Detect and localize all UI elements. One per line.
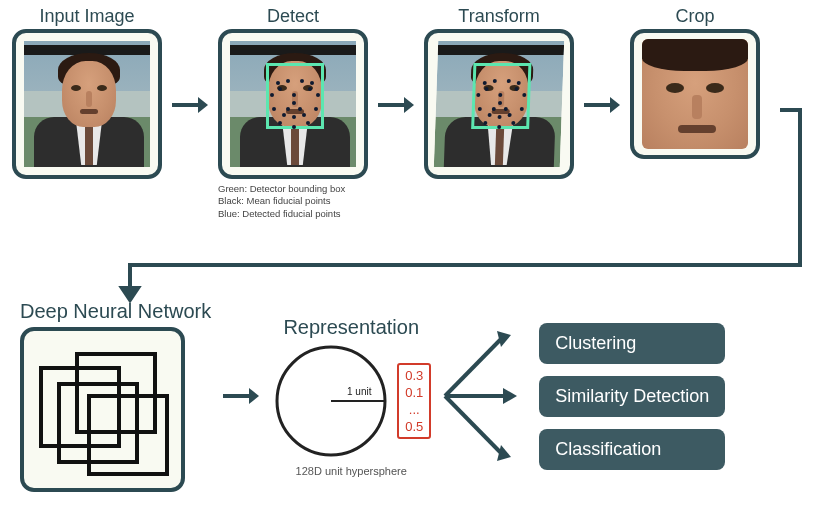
card-crop <box>630 29 760 159</box>
legend-green: Green: Detector bounding box <box>218 183 368 195</box>
vec-cell: 0.1 <box>403 385 425 400</box>
hypersphere-caption: 128D unit hypersphere <box>296 465 407 477</box>
svg-marker-12 <box>249 388 259 404</box>
pipeline-row-2: Deep Neural Network Representation 1 uni… <box>20 300 725 492</box>
unit-label: 1 unit <box>347 386 372 397</box>
fiducial-points <box>471 63 531 129</box>
stage-label-detect: Detect <box>267 6 319 27</box>
legend-blue: Blue: Detected fiducial points <box>218 208 368 220</box>
arrow-right-icon <box>172 95 208 115</box>
dnn-layers-icon <box>33 340 173 480</box>
app-similarity: Similarity Detection <box>539 376 725 417</box>
legend-block: Green: Detector bounding box Black: Mean… <box>218 183 368 220</box>
svg-line-15 <box>445 339 501 396</box>
vec-cell: ... <box>403 402 425 417</box>
vec-cell: 0.5 <box>403 419 425 434</box>
stage-representation: Representation 1 unit 0.3 0.1 ... 0.5 12… <box>271 316 431 477</box>
arrow-right-icon <box>223 386 259 406</box>
pipeline-row-1: Input Image Detect <box>12 6 760 220</box>
svg-marker-16 <box>497 331 511 347</box>
crop-image-placeholder <box>642 39 748 149</box>
representation-title: Representation <box>283 316 419 339</box>
stage-label-transform: Transform <box>458 6 539 27</box>
arrow-right-icon <box>584 95 620 115</box>
svg-marker-20 <box>497 445 511 461</box>
app-classification: Classification <box>539 429 725 470</box>
stage-transform: Transform <box>424 6 574 179</box>
stage-label-input: Input Image <box>39 6 134 27</box>
svg-marker-5 <box>610 97 620 113</box>
embedding-vector: 0.3 0.1 ... 0.5 <box>397 363 431 439</box>
input-image-placeholder <box>24 41 150 167</box>
legend-black: Black: Mean fiducial points <box>218 195 368 207</box>
arrow-dnn-rep <box>221 314 261 479</box>
app-clustering: Clustering <box>539 323 725 364</box>
svg-marker-18 <box>503 388 517 404</box>
applications-list: Clustering Similarity Detection Classifi… <box>539 323 725 470</box>
arrow-fan <box>441 311 521 481</box>
svg-line-19 <box>445 396 501 453</box>
svg-marker-1 <box>198 97 208 113</box>
stage-crop: Crop <box>630 6 760 159</box>
transform-image-placeholder <box>434 41 564 167</box>
dnn-title: Deep Neural Network <box>20 300 211 323</box>
card-transform <box>424 29 574 179</box>
fiducial-points <box>266 63 324 129</box>
arrow-detect-transform <box>376 30 416 180</box>
card-detect <box>218 29 368 179</box>
vec-cell: 0.3 <box>403 368 425 383</box>
svg-rect-7 <box>41 368 119 446</box>
arrow-right-icon <box>378 95 414 115</box>
stage-input: Input Image <box>12 6 162 179</box>
svg-marker-6 <box>122 288 138 300</box>
card-input-image <box>12 29 162 179</box>
stage-dnn: Deep Neural Network <box>20 300 211 492</box>
detect-image-placeholder <box>230 41 356 167</box>
card-dnn <box>20 327 185 492</box>
stage-detect: Detect <box>218 6 368 220</box>
hypersphere-icon: 1 unit <box>271 341 391 461</box>
stage-label-crop: Crop <box>675 6 714 27</box>
svg-marker-3 <box>404 97 414 113</box>
arrow-transform-crop <box>582 30 622 180</box>
arrow-input-detect <box>170 30 210 180</box>
